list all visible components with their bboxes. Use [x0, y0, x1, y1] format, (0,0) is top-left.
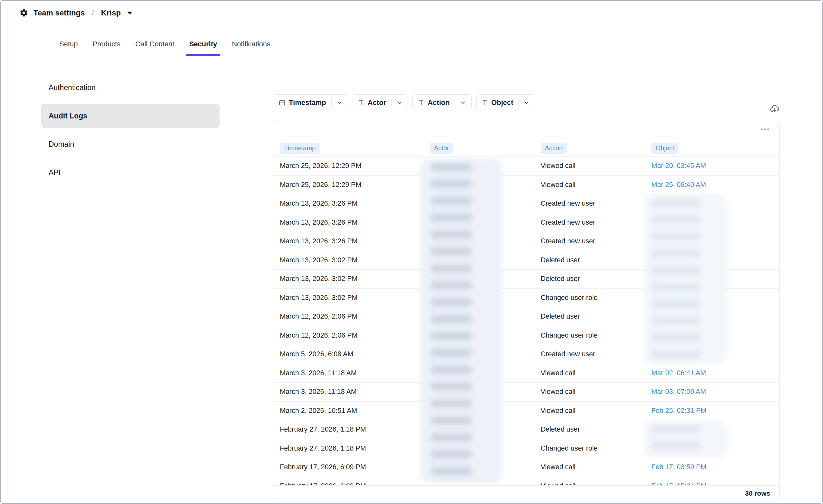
cell-timestamp: February 17, 2026, 6:09 PM: [273, 482, 424, 485]
chevron-down-icon[interactable]: [459, 97, 468, 108]
team-settings-page: Team settings / Krisp Setup Products Cal…: [0, 0, 823, 504]
cell-timestamp: March 2, 2026, 10:51 AM: [273, 407, 424, 415]
sidebar-item-authentication[interactable]: Authentication: [41, 75, 219, 100]
cell-timestamp: March 13, 2026, 3:26 PM: [273, 200, 424, 208]
cell-action: Deleted user: [534, 275, 645, 283]
filter-label: Actor: [368, 98, 386, 107]
table-row[interactable]: March 25, 2026, 12:29 PM Viewed call Mar…: [273, 176, 779, 195]
chevron-down-icon[interactable]: [522, 97, 531, 108]
filter-timestamp[interactable]: Timestamp: [273, 94, 348, 111]
filter-action[interactable]: T Action: [413, 94, 471, 111]
actor-blurred-region: [420, 158, 502, 484]
tab-products[interactable]: Products: [93, 35, 121, 55]
cell-object[interactable]: Mar 25, 06:40 AM: [645, 181, 779, 189]
audit-log-table: Timestamp Actor Action Object March 25, …: [273, 120, 780, 501]
table-row[interactable]: March 2, 2026, 10:51 AM Viewed call Feb …: [273, 402, 779, 421]
cell-timestamp: March 5, 2026, 6:08 AM: [273, 350, 424, 358]
chevron-down-icon[interactable]: [395, 97, 404, 108]
breadcrumb-separator: /: [92, 9, 94, 17]
cell-action: Deleted user: [534, 426, 645, 434]
table-row[interactable]: March 25, 2026, 12:29 PM Viewed call Mar…: [273, 157, 779, 176]
filter-bar: Timestamp T Actor T Action T Object: [273, 94, 535, 111]
cell-object[interactable]: Feb 17, 03:59 PM: [645, 463, 779, 471]
column-header-actor[interactable]: Actor: [430, 143, 453, 154]
text-icon: T: [418, 99, 425, 106]
table-menu-button[interactable]: [759, 127, 771, 132]
tab-call-content[interactable]: Call Content: [135, 35, 174, 55]
cell-timestamp: March 3, 2026, 11:18 AM: [273, 369, 424, 377]
cell-timestamp: February 27, 2026, 1:18 PM: [273, 445, 424, 453]
cell-object[interactable]: Feb 25, 02:31 PM: [645, 407, 779, 415]
column-header-timestamp[interactable]: Timestamp: [280, 143, 320, 154]
object-blurred-region: [644, 194, 727, 364]
cell-action: Viewed call: [534, 482, 645, 485]
tab-setup[interactable]: Setup: [59, 35, 78, 55]
tab-security[interactable]: Security: [189, 35, 217, 55]
column-header-object[interactable]: Object: [651, 143, 678, 154]
cell-action: Changed user role: [534, 331, 645, 339]
cell-action: Created new user: [534, 219, 645, 227]
sidebar-item-audit-logs[interactable]: Audit Logs: [41, 103, 219, 128]
table-header: Timestamp Actor Action Object: [273, 140, 779, 157]
filter-actor[interactable]: T Actor: [353, 94, 408, 111]
cell-timestamp: February 27, 2026, 1:18 PM: [273, 426, 424, 434]
table-row[interactable]: March 3, 2026, 11:18 AM Viewed call Mar …: [273, 364, 779, 383]
export-button[interactable]: [768, 102, 781, 115]
column-header-action[interactable]: Action: [541, 143, 567, 154]
filter-label: Object: [491, 98, 513, 107]
cell-timestamp: March 12, 2026, 2:06 PM: [273, 331, 424, 339]
cell-timestamp: March 12, 2026, 2:06 PM: [273, 312, 424, 320]
cell-timestamp: March 13, 2026, 3:02 PM: [273, 294, 424, 302]
cell-timestamp: March 13, 2026, 3:26 PM: [273, 237, 424, 245]
cell-timestamp: March 25, 2026, 12:29 PM: [273, 181, 424, 189]
cell-object[interactable]: Mar 02, 06:41 AM: [645, 369, 779, 377]
chevron-down-icon[interactable]: [335, 97, 344, 108]
divider: [331, 98, 332, 107]
cell-object[interactable]: Mar 20, 03:45 AM: [645, 162, 779, 170]
cell-object[interactable]: Feb 17, 05:04 PM: [645, 482, 779, 485]
cell-action: Viewed call: [534, 181, 645, 189]
table-body: March 25, 2026, 12:29 PM Viewed call Mar…: [273, 157, 779, 485]
security-sidebar: Authentication Audit Logs Domain API: [41, 75, 219, 189]
divider: [455, 98, 455, 107]
chevron-down-icon[interactable]: [127, 12, 132, 14]
table-row[interactable]: February 17, 2026, 6:09 PM Viewed call F…: [273, 477, 779, 486]
gear-icon: [19, 8, 28, 17]
cell-action: Created new user: [534, 237, 645, 245]
sidebar-item-api[interactable]: API: [41, 160, 219, 185]
cell-timestamp: February 17, 2026, 6:09 PM: [273, 463, 424, 471]
calendar-icon: [279, 99, 286, 106]
cell-timestamp: March 25, 2026, 12:29 PM: [273, 162, 424, 170]
table-footer: 30 rows: [273, 485, 779, 501]
cell-action: Viewed call: [534, 407, 645, 415]
cell-action: Changed user role: [534, 294, 645, 302]
cell-action: Viewed call: [534, 463, 645, 471]
cell-action: Created new user: [534, 350, 645, 358]
cell-timestamp: March 13, 2026, 3:26 PM: [273, 219, 424, 227]
table-row[interactable]: February 17, 2026, 6:09 PM Viewed call F…: [273, 458, 779, 477]
tab-notifications[interactable]: Notifications: [232, 35, 271, 55]
sidebar-item-domain[interactable]: Domain: [41, 132, 219, 157]
cell-action: Viewed call: [534, 369, 645, 377]
object-blurred-region: [644, 420, 727, 458]
cell-timestamp: March 13, 2026, 3:02 PM: [273, 275, 424, 283]
row-count: 30 rows: [745, 490, 770, 497]
text-icon: T: [358, 99, 364, 106]
cell-action: Changed user role: [534, 445, 645, 453]
team-name[interactable]: Krisp: [101, 8, 121, 17]
filter-label: Timestamp: [289, 98, 326, 107]
filter-object[interactable]: T Object: [476, 94, 535, 111]
divider: [518, 98, 519, 107]
cell-action: Deleted user: [534, 256, 645, 264]
divider: [391, 98, 391, 107]
tab-bar: Setup Products Call Content Security Not…: [41, 35, 793, 55]
cell-timestamp: March 3, 2026, 11:18 AM: [273, 388, 424, 396]
filter-label: Action: [428, 98, 450, 107]
ellipsis-icon: [761, 129, 763, 130]
breadcrumb: Team settings / Krisp: [19, 6, 132, 19]
cloud-download-icon: [770, 103, 780, 114]
page-title: Team settings: [33, 8, 85, 17]
table-row[interactable]: March 3, 2026, 11:18 AM Viewed call Mar …: [273, 383, 779, 402]
cell-object[interactable]: Mar 03, 07:09 AM: [645, 388, 779, 396]
cell-action: Created new user: [534, 200, 645, 208]
